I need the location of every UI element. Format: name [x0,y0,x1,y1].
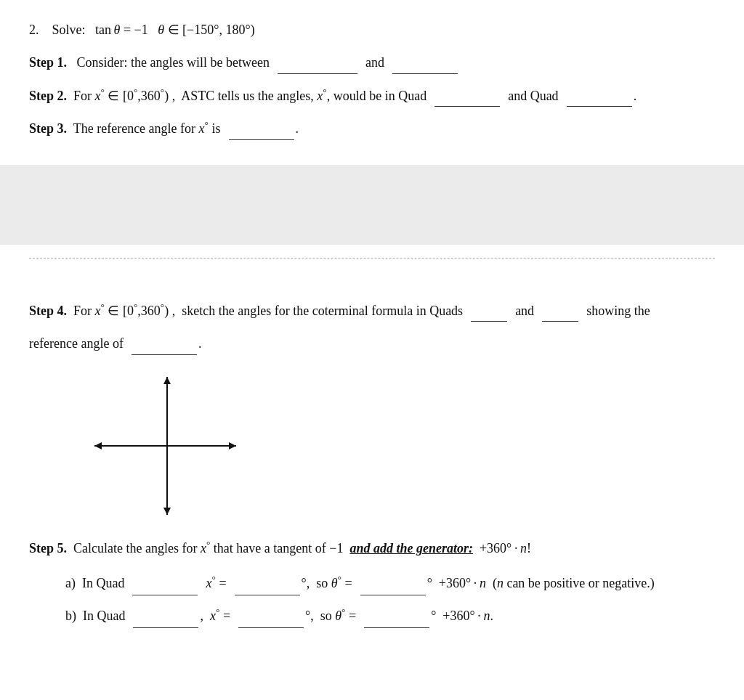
problem-number: 2. [29,23,39,37]
step1-text: Consider: the angles will be between [77,55,270,70]
sub-step-b-label: b) [65,609,80,623]
svg-marker-1 [229,442,236,449]
step1-label: Step 1. [29,55,67,70]
step4: Step 4. For x° ∈ [0°,360°) , sketch the … [29,299,715,522]
step4-blank3[interactable] [132,332,197,355]
step1-blank2[interactable] [392,51,458,74]
svg-marker-2 [94,442,102,449]
problem-solve-label: Solve: [52,23,86,37]
coordinate-plane [87,370,247,522]
step4-and: and [515,304,534,318]
step3-blank[interactable] [229,117,294,140]
problem-title: 2. Solve: tan θ = −1 θ ∈ [−150°, 180°) [29,22,715,38]
step4-blank2[interactable] [542,299,578,322]
step2-label: Step 2. [29,89,67,103]
step1: Step 1. Consider: the angles will be bet… [29,51,715,74]
sub-a-blank1[interactable] [132,570,198,595]
gray-work-area [0,165,744,245]
sub-b-blank3[interactable] [364,603,429,628]
sub-step-b: b) In Quad , x° = °, so θ° = ° +360° · n… [65,603,715,628]
sub-steps: a) In Quad x° = °, so θ° = ° +360° · n (… [65,570,715,628]
step4-text: Step 4. For x° ∈ [0°,360°) , sketch the … [29,299,715,322]
step5-label: Step 5. [29,541,67,555]
step3: Step 3. The reference angle for x° is . [29,117,715,140]
step2-blank1[interactable] [434,84,500,107]
step1-blank1[interactable] [278,51,357,74]
problem-equation: tan θ = −1 θ ∈ [−150°, 180°) [95,23,255,37]
divider [29,258,715,259]
step4-label: Step 4. [29,304,67,318]
step5: Step 5. Calculate the angles for x° that… [29,537,715,628]
svg-marker-4 [163,377,171,384]
sub-b-blank1[interactable] [133,603,198,628]
axes-svg [87,370,247,522]
step3-label: Step 3. [29,121,67,136]
step4-ref: reference angle of . [29,332,715,355]
step1-and: and [365,55,384,70]
svg-marker-5 [163,508,171,515]
step4-blank1[interactable] [471,299,507,322]
step5-bold: and add the generator: [349,541,473,555]
step5-text: Step 5. Calculate the angles for x° that… [29,537,715,560]
sub-a-note: (n can be positive or negative.) [493,576,655,590]
sub-a-blank3[interactable] [360,570,426,595]
step2: Step 2. For x° ∈ [0°,360°) , ASTC tells … [29,84,715,107]
step2-and: and Quad [508,89,558,103]
sub-b-blank2[interactable] [238,603,304,628]
sub-a-blank2[interactable] [235,570,300,595]
page: 2. Solve: tan θ = −1 θ ∈ [−150°, 180°) S… [0,0,744,700]
sub-step-a: a) In Quad x° = °, so θ° = ° +360° · n (… [65,570,715,595]
sub-step-a-label: a) [65,576,78,590]
step2-blank2[interactable] [567,84,632,107]
